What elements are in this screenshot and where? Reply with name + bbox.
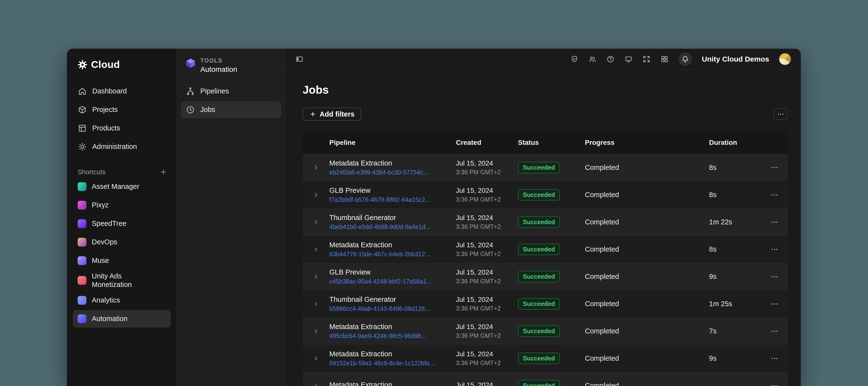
table-row[interactable]: Thumbnail Generator4beb41b0-e0dd-4b98-9d… [303,208,788,235]
job-id-link[interactable]: b5866cc4-46ab-4143-8496-08d128... [329,305,446,312]
sidebar-item-products[interactable]: Products [73,120,170,137]
job-id-link[interactable]: c45b38ac-95a4-4248-bbf2-17a58a1... [329,278,446,285]
job-id-link[interactable]: 59152e1b-59a1-46c9-8c4e-1c122bfa... [329,360,446,367]
panel-toggle-button[interactable] [295,55,304,63]
panel-toggle-icon [295,55,304,63]
expand-row-button[interactable] [312,191,319,199]
job-id-link[interactable]: 485cbc64-9ae9-424b-98c5-96d98... [329,332,446,340]
jobs-icon [186,105,195,115]
avatar[interactable] [779,53,791,65]
sidebar-item-pixyz[interactable]: Pixyz [73,196,170,214]
created-date: Jul 15, 2024 [456,268,518,276]
sidebar-item-asset-manager[interactable]: Asset Manager [73,178,170,195]
sidebar-item-projects[interactable]: Projects [73,101,170,119]
devops-icon [78,238,86,247]
app-window: Cloud Dashboard Projects Products Admini… [67,49,801,386]
display-button[interactable] [624,55,632,63]
table-row[interactable]: Metadata Extraction63b44778-15de-4b7c-b4… [303,235,788,263]
column-header-status: Status [518,139,585,147]
table-row[interactable]: Metadata Extractioneb245fa6-e399-4384-bc… [303,154,788,181]
expand-row-button[interactable] [312,328,319,335]
ellipsis-icon [770,327,779,335]
chevron-right-icon [312,219,319,226]
table-row[interactable]: GLB Previewf7a2b9df-b576-4679-8892-64a15… [303,181,788,208]
page-title: Jobs [303,83,788,96]
row-menu-button[interactable] [770,218,779,226]
status-badge: Succeeded [518,353,560,364]
row-menu-button[interactable] [770,300,779,308]
privacy-shield-button[interactable] [570,55,579,63]
status-badge: Succeeded [518,271,560,282]
row-menu-button[interactable] [770,163,779,171]
sidebar-item-administration[interactable]: Administration [73,138,170,156]
progress-value: Completed [585,327,709,335]
table-row[interactable]: Metadata Extraction485cbc64-9ae9-424b-98… [303,317,788,345]
job-id-link[interactable]: eb245fa6-e399-4384-bc30-57754c... [329,169,446,176]
row-menu-button[interactable] [770,354,779,363]
users-icon [588,55,597,63]
pipeline-name: GLB Preview [329,186,456,194]
column-header-pipeline: Pipeline [329,139,456,147]
add-shortcut-button[interactable] [159,168,167,176]
progress-value: Completed [585,245,709,253]
status-badge: Succeeded [518,162,560,173]
job-id-link[interactable]: 4beb41b0-e0dd-4b98-9d0d-9a4e1d... [329,223,446,230]
expand-button[interactable] [642,55,651,63]
row-menu-button[interactable] [770,191,779,199]
muse-icon [78,256,86,265]
row-menu-button[interactable] [770,327,779,335]
pipelines-icon [186,87,195,96]
progress-value: Completed [585,354,709,362]
sidebar-item-automation[interactable]: Automation [73,310,170,328]
expand-icon [642,55,651,63]
unity-ads-monetization-icon [78,276,86,285]
table-options-button[interactable] [774,108,788,120]
notifications-button[interactable] [678,52,692,66]
plus-icon [309,111,316,118]
sidebar-item-label: Products [92,124,120,132]
expand-row-button[interactable] [312,355,319,362]
sidebar-item-dashboard[interactable]: Dashboard [73,83,170,100]
expand-row-button[interactable] [312,382,319,386]
help-button[interactable] [606,55,615,63]
table-row[interactable]: Thumbnail Generatorb5866cc4-46ab-4143-84… [303,290,788,317]
sidebar-item-unity-ads-monetization[interactable]: Unity Ads Monetization [73,270,170,291]
add-filters-button[interactable]: Add filters [303,107,361,121]
members-button[interactable] [588,55,597,63]
table-row[interactable]: GLB Previewc45b38ac-95a4-4248-bbf2-17a58… [303,263,788,290]
sidebar-item-label: Muse [92,256,109,265]
duration-value: 8s [709,191,762,199]
duration-value: 1m 25s [709,300,762,308]
account-name[interactable]: Unity Cloud Demos [702,55,769,63]
sidebar-item-label: SpeedTree [92,219,126,228]
table-row[interactable]: Metadata Extraction Jul 15, 2024 Succeed… [303,372,788,386]
expand-row-button[interactable] [312,164,319,171]
created-date: Jul 15, 2024 [456,350,518,358]
row-menu-button[interactable] [770,245,779,254]
expand-row-button[interactable] [312,219,319,226]
created-time: 3:36 PM GMT+2 [456,196,518,203]
expand-row-button[interactable] [312,246,319,253]
row-menu-button[interactable] [770,382,779,386]
created-date: Jul 15, 2024 [456,381,518,386]
chevron-right-icon [312,246,319,253]
add-filters-label: Add filters [319,110,354,118]
table-row[interactable]: Metadata Extraction59152e1b-59a1-46c9-8c… [303,345,788,372]
tab-pipelines[interactable]: Pipelines [181,83,281,100]
tab-jobs[interactable]: Jobs [181,101,281,118]
job-id-link[interactable]: 63b44778-15de-4b7c-b4eb-2bb312... [329,251,446,258]
unity-cloud-logo[interactable]: Cloud [67,49,177,70]
expand-row-button[interactable] [312,300,319,308]
sidebar-item-devops[interactable]: DevOps [73,233,170,251]
pipeline-name: Metadata Extraction [329,323,456,331]
display-icon [624,55,632,63]
apps-button[interactable] [660,55,669,63]
sidebar-item-speedtree[interactable]: SpeedTree [73,215,170,232]
created-time: 3:36 PM GMT+2 [456,169,518,176]
row-menu-button[interactable] [770,272,779,281]
sidebar-item-muse[interactable]: Muse [73,252,170,269]
job-id-link[interactable]: f7a2b9df-b576-4679-8892-64a15c2... [329,196,446,203]
expand-row-button[interactable] [312,273,319,280]
status-badge: Succeeded [518,298,560,310]
sidebar-item-analytics[interactable]: Analytics [73,292,170,309]
